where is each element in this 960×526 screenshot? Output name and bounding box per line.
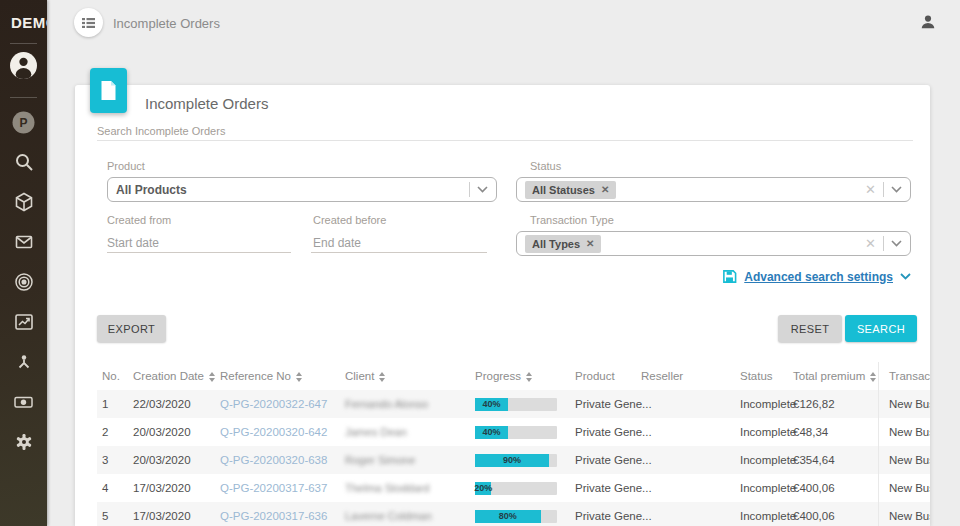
created-from-label: Created from xyxy=(107,214,171,226)
table-row[interactable]: 320/03/2020Q-PG-20200320-638Roger Simone… xyxy=(97,446,930,474)
chart-icon xyxy=(14,312,34,332)
progress-fill: 80% xyxy=(475,510,541,523)
sidebar-item-hierarchy[interactable] xyxy=(0,342,47,382)
user-account-button[interactable] xyxy=(920,14,938,32)
cell-date: 20/03/2020 xyxy=(133,446,220,474)
select-separator xyxy=(883,182,884,197)
cell-client: James Dean xyxy=(345,418,475,446)
orders-table-head: No.Creation DateReference NoClientProgre… xyxy=(97,362,930,390)
sort-icon[interactable] xyxy=(209,372,215,382)
progress-fill: 20% xyxy=(475,482,491,495)
transaction-type-chip[interactable]: All Types ✕ xyxy=(525,235,601,253)
sidebar-item-search[interactable] xyxy=(0,142,47,182)
sort-icon[interactable] xyxy=(379,372,385,382)
column-header-client[interactable]: Client xyxy=(345,362,475,390)
chevron-down-icon[interactable] xyxy=(891,240,902,247)
export-button[interactable]: EXPORT xyxy=(97,315,166,342)
cell-transaction: New Business xyxy=(879,474,931,502)
list-menu-icon xyxy=(82,17,95,29)
start-date-underline xyxy=(107,252,291,253)
account-icon xyxy=(10,52,37,79)
sort-icon[interactable] xyxy=(870,372,876,382)
reference-link[interactable]: Q-PG-20200322-647 xyxy=(220,398,327,410)
cell-ref: Q-PG-20200317-637 xyxy=(220,474,345,502)
document-icon xyxy=(100,80,117,101)
sidebar-item-target[interactable] xyxy=(0,262,47,302)
sort-icon[interactable] xyxy=(526,372,532,382)
cell-no: 5 xyxy=(97,502,133,526)
search-icon xyxy=(14,152,34,172)
table-row[interactable]: 417/03/2020Q-PG-20200317-637Thelma Stodd… xyxy=(97,474,930,502)
advanced-search-settings[interactable]: Advanced search settings xyxy=(722,269,911,284)
client-name: Fernando Alonso xyxy=(345,398,428,410)
chevron-down-icon[interactable] xyxy=(900,273,911,280)
cell-product: Private Gene... xyxy=(575,446,641,474)
cell-reseller xyxy=(641,502,740,526)
sidebar-item-reports[interactable] xyxy=(0,302,47,342)
reset-button[interactable]: RESET xyxy=(778,315,842,342)
chip-remove-icon[interactable]: ✕ xyxy=(586,239,594,249)
column-header-ref[interactable]: Reference No xyxy=(220,362,345,390)
sidebar-item-payments[interactable] xyxy=(0,382,47,422)
end-date-underline xyxy=(311,252,487,253)
status-chip[interactable]: All Statuses ✕ xyxy=(525,181,616,199)
table-row[interactable]: 517/03/2020Q-PG-20200317-636Laverne Cold… xyxy=(97,502,930,526)
cell-progress: 20% xyxy=(475,474,575,502)
column-label: Total premium xyxy=(793,370,865,382)
advanced-search-link[interactable]: Advanced search settings xyxy=(744,270,893,284)
chip-remove-icon[interactable]: ✕ xyxy=(601,185,609,195)
column-label: Status xyxy=(740,370,773,382)
column-header-product: Product xyxy=(575,362,641,390)
reference-link[interactable]: Q-PG-20200317-637 xyxy=(220,482,327,494)
app-logo: DEMO xyxy=(0,0,47,31)
cell-reseller xyxy=(641,418,740,446)
cell-product: Private Gene... xyxy=(575,474,641,502)
cell-premium: €126,82 xyxy=(793,390,879,418)
cell-status: Incomplete xyxy=(740,474,793,502)
end-date-input[interactable]: End date xyxy=(313,236,361,250)
column-header-premium[interactable]: Total premium xyxy=(793,362,879,390)
sidebar-item-settings[interactable] xyxy=(0,422,47,462)
search-button[interactable]: SEARCH xyxy=(845,315,917,342)
cell-transaction: New Business xyxy=(879,390,931,418)
sidebar-item-products[interactable] xyxy=(0,182,47,222)
clear-icon[interactable]: ✕ xyxy=(865,183,876,196)
cell-reseller xyxy=(641,446,740,474)
table-row[interactable]: 122/03/2020Q-PG-20200322-647Fernando Alo… xyxy=(97,390,930,418)
sidebar-item-account[interactable] xyxy=(0,45,47,85)
cell-progress: 90% xyxy=(475,446,575,474)
sidebar-item-mail[interactable] xyxy=(0,222,47,262)
section-divider xyxy=(97,140,913,141)
cell-reseller xyxy=(641,390,740,418)
column-label: Progress xyxy=(475,370,521,382)
cell-status: Incomplete xyxy=(740,502,793,526)
sidebar-item-p[interactable]: P xyxy=(0,102,47,142)
product-label: Product xyxy=(107,160,145,172)
cell-progress: 80% xyxy=(475,502,575,526)
status-select[interactable]: All Statuses ✕ ✕ xyxy=(516,177,911,202)
client-name: Laverne Coldman xyxy=(345,510,432,522)
cell-no: 2 xyxy=(97,418,133,446)
chevron-down-icon[interactable] xyxy=(477,186,488,193)
cell-status: Incomplete xyxy=(740,446,793,474)
menu-button[interactable] xyxy=(74,8,103,37)
cell-product: Private Gene... xyxy=(575,390,641,418)
created-before-label: Created before xyxy=(313,214,386,226)
column-header-progress[interactable]: Progress xyxy=(475,362,575,390)
transaction-type-select[interactable]: All Types ✕ ✕ xyxy=(516,231,911,256)
progress-fill: 40% xyxy=(475,426,508,439)
product-select[interactable]: All Products xyxy=(107,177,497,202)
table-row[interactable]: 220/03/2020Q-PG-20200320-642James Dean40… xyxy=(97,418,930,446)
clear-icon[interactable]: ✕ xyxy=(865,237,876,250)
sort-icon[interactable] xyxy=(296,372,302,382)
cell-client: Roger Simone xyxy=(345,446,475,474)
start-date-input[interactable]: Start date xyxy=(107,236,159,250)
cell-premium: €400,06 xyxy=(793,474,879,502)
column-header-date[interactable]: Creation Date xyxy=(133,362,220,390)
select-separator xyxy=(883,236,884,251)
reference-link[interactable]: Q-PG-20200320-642 xyxy=(220,426,327,438)
reference-link[interactable]: Q-PG-20200320-638 xyxy=(220,454,327,466)
chevron-down-icon[interactable] xyxy=(891,186,902,193)
reference-link[interactable]: Q-PG-20200317-636 xyxy=(220,510,327,522)
cell-premium: €400,06 xyxy=(793,502,879,526)
